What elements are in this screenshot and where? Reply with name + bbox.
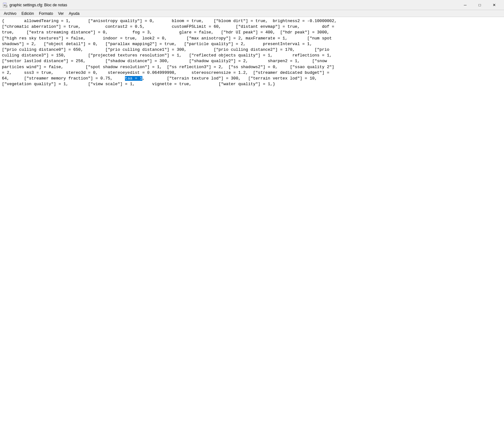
title-bar: graphic settings.cfg: Bloc de notas ─ □ … [0, 0, 504, 10]
title-bar-left: graphic settings.cfg: Bloc de notas [3, 3, 67, 8]
highlighted-text: taa = 1 [125, 76, 142, 81]
menu-ver[interactable]: Ver [56, 10, 66, 17]
svg-rect-1 [3, 3, 6, 4]
window-title: graphic settings.cfg: Bloc de notas [9, 3, 67, 7]
svg-rect-5 [6, 5, 7, 7]
minimize-button[interactable]: ─ [458, 0, 472, 10]
maximize-button[interactable]: □ [472, 0, 487, 10]
window-controls: ─ □ ✕ [458, 0, 501, 10]
text-content[interactable]: { allowedTearing = 1, ["anisotropy quali… [0, 17, 504, 423]
close-button[interactable]: ✕ [487, 0, 501, 10]
menu-edicion[interactable]: Edición [19, 10, 36, 17]
menu-formato[interactable]: Formato [36, 10, 56, 17]
menu-bar: Archivo Edición Formato Ver Ayuda [0, 10, 504, 17]
menu-archivo[interactable]: Archivo [1, 10, 19, 17]
notepad-icon [3, 3, 8, 8]
menu-ayuda[interactable]: Ayuda [66, 10, 82, 17]
